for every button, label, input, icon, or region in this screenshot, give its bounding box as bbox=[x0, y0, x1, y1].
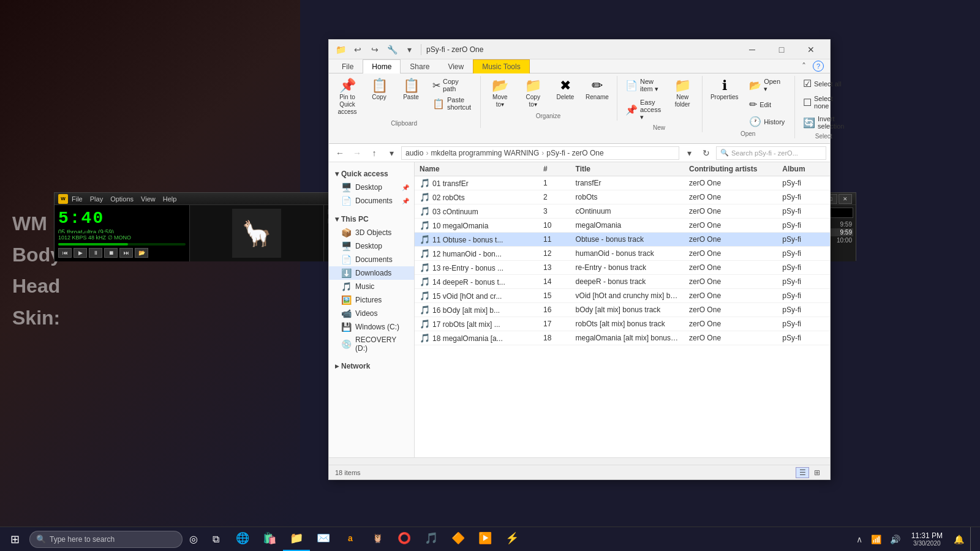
file-row-18[interactable]: 🎵18 megalOmania [a... 18 megalOmania [al… bbox=[415, 331, 830, 345]
new-folder-button[interactable]: 📁 Newfolder bbox=[668, 76, 697, 111]
file-row-15[interactable]: 🎵15 vOid [hOt and cr... 15 vOid [hOt and… bbox=[415, 289, 830, 303]
tab-view[interactable]: View bbox=[439, 59, 473, 73]
notifications-icon[interactable]: 🔔 bbox=[951, 533, 967, 545]
copy-button[interactable]: 📋 Copy bbox=[364, 76, 394, 104]
tray-network[interactable]: 📶 bbox=[869, 533, 884, 545]
sidebar-item-downloads[interactable]: ⬇️ Downloads bbox=[329, 266, 414, 280]
tray-volume[interactable]: 🔊 bbox=[888, 533, 903, 545]
taskbar-app-edge[interactable]: 🌐 bbox=[229, 527, 256, 552]
address-dropdown-btn[interactable]: ▾ bbox=[682, 146, 696, 160]
forward-button[interactable]: → bbox=[350, 146, 364, 160]
qt-redo-btn[interactable]: ↪ bbox=[368, 43, 382, 56]
tab-home[interactable]: Home bbox=[363, 59, 401, 73]
file-row-17[interactable]: 🎵17 robOts [alt mix] ... 17 robOts [alt … bbox=[415, 317, 830, 331]
properties-button[interactable]: ℹ Properties bbox=[706, 76, 742, 104]
winamp-menu-item-play[interactable]: Play bbox=[90, 195, 103, 203]
qt-dropdown-btn[interactable]: ▾ bbox=[402, 43, 416, 56]
sidebar-item-this-pc-docs[interactable]: 📄 Documents bbox=[329, 253, 414, 266]
taskbar-app-amazon[interactable]: a bbox=[337, 527, 364, 552]
file-row-12[interactable]: 🎵12 humanOid - bon... 12 humanOid - bonu… bbox=[415, 247, 830, 261]
taskbar-app-opera[interactable]: ⭕ bbox=[391, 527, 418, 552]
address-path[interactable]: audio › mkdelta programming WARNING › pS… bbox=[401, 146, 679, 160]
copy-to-button[interactable]: 📁 Copy to▾ bbox=[518, 76, 548, 111]
file-row-03[interactable]: 🎵03 cOntinuum 3 cOntinuum zerO One pSy-f… bbox=[415, 204, 830, 219]
maximize-button[interactable]: □ bbox=[767, 41, 796, 58]
horizontal-scrollbar[interactable] bbox=[329, 457, 830, 465]
sidebar-item-music[interactable]: 🎵 Music bbox=[329, 280, 414, 293]
taskbar-app-store[interactable]: 🛍️ bbox=[256, 527, 283, 552]
taskbar-app-tripadvisor[interactable]: 🦉 bbox=[364, 527, 391, 552]
task-view-button[interactable]: ⧉ bbox=[205, 527, 227, 552]
ribbon-collapse-btn[interactable]: ˄ bbox=[797, 59, 810, 73]
file-row-16[interactable]: 🎵16 bOdy [alt mix] b... 16 bOdy [alt mix… bbox=[415, 303, 830, 317]
winamp-menu-item-help[interactable]: Help bbox=[163, 195, 177, 203]
header-track[interactable]: # bbox=[538, 165, 571, 173]
start-button[interactable]: ⊞ bbox=[0, 527, 29, 552]
sidebar-item-windows-c[interactable]: 💾 Windows (C:) bbox=[329, 320, 414, 334]
header-artist[interactable]: Contributing artists bbox=[684, 165, 777, 173]
ribbon-help-btn[interactable]: ? bbox=[813, 61, 824, 72]
winamp-stop-btn[interactable]: ⏹ bbox=[104, 248, 118, 258]
open-button[interactable]: 📂 Open ▾ bbox=[745, 76, 790, 95]
taskbar-app-vlc[interactable]: 🔶 bbox=[445, 527, 472, 552]
file-row-14[interactable]: 🎵14 deepeR - bonus t... 14 deepeR - bonu… bbox=[415, 275, 830, 289]
edit-button[interactable]: ✏ Edit bbox=[745, 97, 790, 112]
winamp-seekbar[interactable] bbox=[58, 243, 186, 246]
tab-share[interactable]: Share bbox=[401, 59, 439, 73]
taskbar-app-media[interactable]: 🎵 bbox=[418, 527, 445, 552]
tab-music-tools[interactable]: Music Tools bbox=[473, 59, 529, 73]
show-desktop-button[interactable] bbox=[970, 527, 975, 552]
sidebar-item-videos[interactable]: 📹 Videos bbox=[329, 307, 414, 320]
sidebar-item-3d-objects[interactable]: 📦 3D Objects bbox=[329, 226, 414, 239]
large-icons-view-btn[interactable]: ⊞ bbox=[810, 467, 824, 478]
taskbar-app-mail[interactable]: ✉️ bbox=[310, 527, 337, 552]
delete-button[interactable]: ✖ Delete bbox=[551, 76, 580, 104]
qt-properties-btn[interactable]: 🔧 bbox=[385, 43, 399, 56]
winamp-menu-item-file[interactable]: File bbox=[72, 195, 83, 203]
taskbar-app-other[interactable]: ⚡ bbox=[499, 527, 526, 552]
qt-undo-btn[interactable]: ↩ bbox=[351, 43, 364, 56]
winamp-next-btn[interactable]: ⏭ bbox=[119, 248, 133, 258]
pin-quick-access-button[interactable]: 📌 Pin to Quickaccess bbox=[333, 76, 362, 119]
tray-chevron[interactable]: ∧ bbox=[854, 533, 865, 545]
select-all-button[interactable]: ☑ Select all bbox=[799, 76, 848, 91]
select-none-button[interactable]: ☐ Select none bbox=[799, 93, 848, 111]
file-row-11[interactable]: 🎵11 Obtuse - bonus t... 11 Obtuse - bonu… bbox=[415, 233, 830, 247]
copy-path-button[interactable]: ✂ Copy path bbox=[428, 76, 475, 94]
new-item-button[interactable]: 📄 New item ▾ bbox=[621, 76, 665, 95]
invert-selection-button[interactable]: 🔄 Invert selection bbox=[799, 113, 848, 132]
recent-locations-btn[interactable]: ▾ bbox=[384, 146, 399, 160]
back-button[interactable]: ← bbox=[333, 146, 347, 160]
winamp-menu-item-view[interactable]: View bbox=[141, 195, 156, 203]
winamp-pause-btn[interactable]: ⏸ bbox=[89, 248, 102, 258]
sidebar-item-desktop[interactable]: 🖥️ Desktop 📌 bbox=[329, 181, 414, 194]
tab-file[interactable]: File bbox=[333, 59, 363, 73]
sidebar-item-pictures[interactable]: 🖼️ Pictures bbox=[329, 293, 414, 307]
file-row-02[interactable]: 🎵02 robOts 2 robOts zerO One pSy-fi bbox=[415, 190, 830, 204]
paste-button[interactable]: 📋 Paste bbox=[396, 76, 426, 104]
header-title[interactable]: Title bbox=[571, 165, 684, 173]
winamp-menu-item-options[interactable]: Options bbox=[110, 195, 134, 203]
winamp-open-btn[interactable]: 📂 bbox=[135, 248, 148, 258]
history-button[interactable]: 🕐 History bbox=[745, 114, 790, 129]
sidebar-item-this-pc-desktop[interactable]: 🖥️ Desktop bbox=[329, 239, 414, 253]
sidebar-item-documents[interactable]: 📄 Documents 📌 bbox=[329, 194, 414, 208]
easy-access-button[interactable]: 📌 Easy access ▾ bbox=[621, 97, 665, 123]
refresh-button[interactable]: ↻ bbox=[699, 146, 714, 160]
file-row-01[interactable]: 🎵01 transfEr 1 transfEr zerO One pSy-fi bbox=[415, 176, 830, 190]
sidebar-item-recovery[interactable]: 💿 RECOVERY (D:) bbox=[329, 334, 414, 354]
file-row-13[interactable]: 🎵13 re-Entry - bonus ... 13 re-Entry - b… bbox=[415, 261, 830, 275]
paste-shortcut-button[interactable]: 📋 Paste shortcut bbox=[428, 94, 475, 113]
taskbar-app-player2[interactable]: ▶️ bbox=[472, 527, 499, 552]
header-album[interactable]: Album bbox=[777, 165, 830, 173]
up-button[interactable]: ↑ bbox=[367, 146, 382, 160]
taskbar-search-box[interactable]: 🔍 Type here to search bbox=[29, 531, 183, 548]
move-to-button[interactable]: 📂 Move to▾ bbox=[484, 76, 515, 111]
search-box[interactable]: 🔍 Search pSy-fi - zerO... bbox=[716, 146, 826, 160]
winamp-close-btn[interactable]: ✕ bbox=[839, 194, 852, 204]
taskbar-app-file-explorer[interactable]: 📁 bbox=[283, 527, 310, 552]
close-button[interactable]: ✕ bbox=[797, 41, 825, 58]
winamp-prev-btn[interactable]: ⏮ bbox=[58, 248, 72, 258]
details-view-btn[interactable]: ☰ bbox=[796, 467, 809, 478]
rename-button[interactable]: ✏ Rename bbox=[582, 76, 612, 104]
